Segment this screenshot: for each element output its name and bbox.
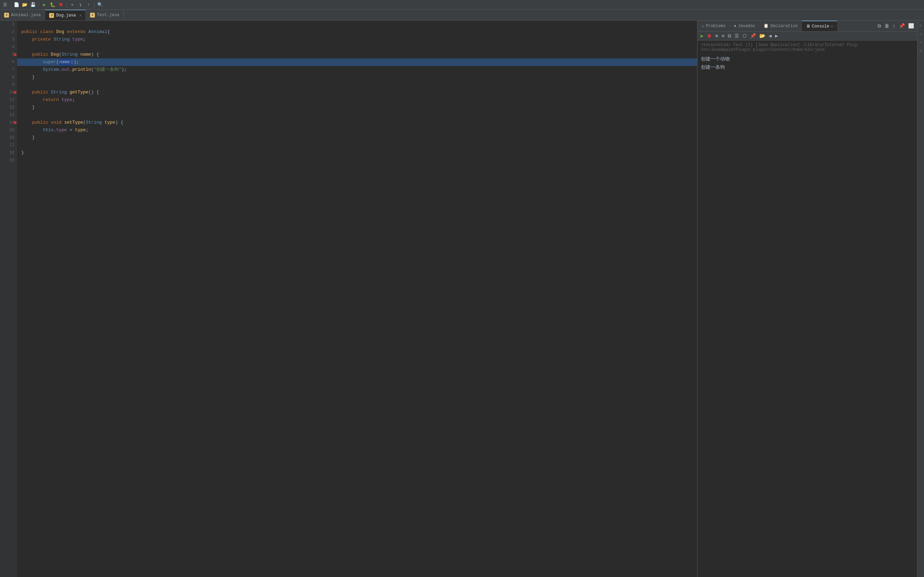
code-line-3: private String type; [17, 36, 697, 43]
line-3: 3 [0, 36, 17, 43]
tab-dog[interactable]: J Dog.java ✕ [45, 10, 86, 20]
code-line-15: this.type = type; [17, 126, 697, 134]
tab-test[interactable]: J Test.java [86, 10, 124, 20]
console-copy-btn[interactable]: ⧉ [877, 23, 882, 29]
java-file-icon-dog: J [49, 13, 54, 18]
stop-icon[interactable]: ⏹ [57, 1, 65, 8]
right-side-icons: ⚙ ◎ ≡ ⊟ [917, 21, 924, 577]
code-line-18: } [17, 149, 697, 156]
step-out-icon[interactable]: ↑ [85, 1, 92, 8]
run-icon[interactable]: ▶ [40, 1, 48, 8]
code-line-13 [17, 111, 697, 119]
tab-dog-label: Dog.java [56, 13, 76, 18]
code-line-8: } [17, 74, 697, 81]
problems-icon: ⚠ [702, 23, 704, 29]
tab-console[interactable]: 🖥 Console ✕ [802, 21, 837, 31]
editor-tab-bar: J Annimal.java J Dog.java ✕ J Test.java [0, 10, 924, 21]
line-number-gutter: 1 2 3 4 5 6 7 8 9 10 11 12 13 14 15 16 1… [0, 21, 17, 577]
console-find-btn[interactable]: ⬡ [741, 32, 748, 40]
code-line-9 [17, 81, 697, 89]
save-icon[interactable]: 💾 [29, 1, 37, 8]
tab-console-label: Console [812, 24, 829, 29]
line-18: 18 [0, 149, 17, 156]
line-7: 7 [0, 66, 17, 74]
toolbar-separator [11, 2, 11, 8]
code-line-4 [17, 43, 697, 51]
line-13: 13 [0, 111, 17, 119]
toolbar-separator-3 [66, 2, 67, 8]
top-toolbar: ☰ 📄 📂 💾 ▶ 🐛 ⏹ ↷ ↴ ↑ 🔍 [0, 0, 924, 10]
console-scroll-lock-btn[interactable]: ↕ [892, 23, 897, 29]
tab-annimal[interactable]: J Annimal.java [0, 10, 45, 20]
search-icon[interactable]: 🔍 [96, 1, 104, 8]
console-remove-btn[interactable]: ⊖ [720, 32, 725, 40]
toolbar-icons: ☰ 📄 📂 💾 ▶ 🐛 ⏹ ↷ ↴ ↑ 🔍 [2, 1, 104, 8]
console-run-btn[interactable]: ▶ [699, 32, 704, 40]
new-file-icon[interactable]: 📄 [13, 1, 20, 8]
tab-javadoc[interactable]: ● Javadoc [730, 21, 760, 31]
line-19: 19 [0, 156, 17, 164]
tab-annimal-label: Annimal.java [11, 13, 40, 18]
line-10: 10 [0, 89, 17, 96]
step-over-icon[interactable]: ↷ [68, 1, 76, 8]
right-icon-1[interactable]: ⚙ [919, 22, 922, 29]
console-tab-spacer [837, 21, 874, 31]
open-icon[interactable]: 📂 [21, 1, 29, 8]
code-line-16: } [17, 134, 697, 142]
line-5: 5 [0, 51, 17, 58]
code-line-7: System.out.println("创建一条狗"); [17, 66, 697, 74]
tab-declaration-label: Declaration [771, 24, 798, 29]
right-icon-3[interactable]: ≡ [919, 39, 922, 46]
debug-icon[interactable]: 🐛 [49, 1, 57, 8]
console-pin2-btn[interactable]: 📌 [749, 32, 757, 40]
tab-problems[interactable]: ⚠ Problems [698, 21, 730, 31]
console-arrow-next[interactable]: ▶ [774, 32, 779, 40]
javadoc-icon: ● [734, 24, 736, 29]
console-toolbar: ▶ ⏹ ⊕ ⊖ ⧉ ☰ ⬡ 📌 📂 ◀ ▶ [698, 32, 917, 40]
console-maximize-btn[interactable]: ⬜ [907, 22, 915, 29]
console-stop-btn[interactable]: ⏹ [706, 33, 712, 40]
step-into-icon[interactable]: ↴ [77, 1, 84, 8]
code-line-5: public Dog(String name) { [17, 51, 697, 58]
console-tab-close[interactable]: ✕ [831, 24, 833, 29]
console-icon: 🖥 [806, 24, 810, 29]
code-line-1 [17, 21, 697, 28]
code-line-12: } [17, 104, 697, 111]
code-line-2: public class Dog extends Annimal{ [17, 28, 697, 36]
line-11: 11 [0, 96, 17, 104]
right-icon-4[interactable]: ⊟ [919, 47, 922, 55]
line-12: 12 [0, 104, 17, 111]
line-9: 9 [0, 81, 17, 89]
code-line-6: super(name|); [17, 58, 697, 66]
line-4: 4 [0, 43, 17, 51]
tab-dog-close[interactable]: ✕ [79, 13, 81, 18]
tab-declaration[interactable]: 📋 Declaration [759, 21, 801, 31]
code-line-11: return type; [17, 96, 697, 104]
java-file-icon-test: J [90, 13, 95, 18]
line-1: 1 [0, 21, 17, 28]
console-clear-btn[interactable]: 🗑 [884, 23, 890, 29]
code-line-14: public void setType(String type) { [17, 119, 697, 126]
console-pin-btn[interactable]: 📌 [898, 22, 906, 29]
console-toolbar-right: ⧉ 🗑 ↕ 📌 ⬜ [874, 21, 917, 31]
line-17: 17 [0, 142, 17, 149]
console-output-line-1: 创建一个动物 [701, 55, 914, 63]
line-6: 6 [0, 58, 17, 66]
main-layout: 1 2 3 4 5 6 7 8 9 10 11 12 13 14 15 16 1… [0, 21, 924, 577]
tab-javadoc-label: Javadoc [738, 24, 755, 29]
console-arrow-prev[interactable]: ◀ [767, 32, 772, 40]
code-editor[interactable]: public class Dog extends Annimal{ privat… [17, 21, 697, 577]
console-new-btn[interactable]: ⊕ [714, 32, 719, 40]
right-icon-2[interactable]: ◎ [919, 31, 922, 38]
console-copy2-btn[interactable]: ⧉ [727, 33, 732, 40]
menu-icon[interactable]: ☰ [2, 1, 9, 8]
console-select-all-btn[interactable]: ☰ [733, 32, 740, 40]
console-open-file-btn[interactable]: 📂 [758, 32, 766, 40]
console-output: <terminated> Test (1) [Java Application]… [698, 40, 917, 577]
right-panel: ⚠ Problems ● Javadoc 📋 Declaration 🖥 Con… [697, 21, 917, 577]
code-line-19 [17, 156, 697, 164]
console-output-line-2: 创建一条狗 [701, 63, 914, 71]
tab-problems-label: Problems [706, 24, 726, 29]
code-line-10: public String getType() { [17, 89, 697, 96]
java-file-icon-annimal: J [4, 13, 9, 18]
